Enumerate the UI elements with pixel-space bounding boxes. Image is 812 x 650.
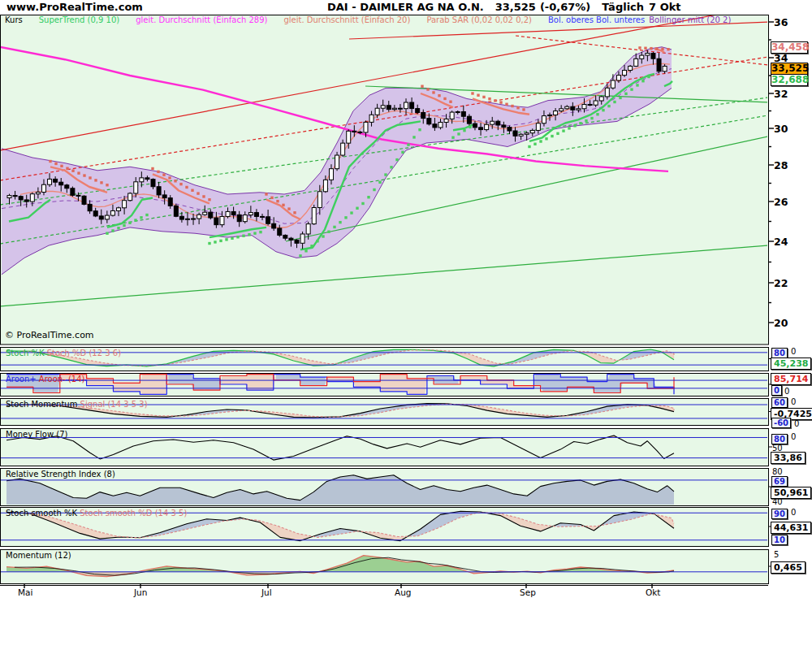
threshold-label: 10 [771,535,788,545]
indicator-label-smi: Stoch Momentum Signal (14 3 5 3) [6,400,148,409]
copyright-watermark: © ProRealTime.com [5,330,94,340]
scale-fragment: 80 [772,467,783,476]
indicator-label-rsi: Relative Strength Index (8) [6,470,115,479]
indicator-value: 44,631 [771,522,811,534]
month-label: Jul [261,587,272,597]
indicator-label-aroon: Aroon+ Aroon- (14) [6,375,85,384]
prorealtime-window: www.ProRealTime.com DAI - DAIMLER AG NA … [0,0,812,650]
threshold-label: 60 [771,397,788,408]
indicator-value: 85,714 [771,373,811,385]
indicator-value: 45,238 [771,358,811,370]
scale-fragment: 0 [791,397,796,406]
chart-legend: KursSuperTrend (0,9 10)gleit. Durchschni… [5,15,731,25]
price-axis-label: 24 [774,236,788,248]
scale-fragment: 0 [794,419,799,428]
threshold-label: 69 [771,476,788,487]
indicator-label-part: Stoch smooth %K [6,509,77,518]
price-axis-label: 28 [774,159,788,171]
indicator-label-part: Stoch Momentum [6,400,77,409]
price-axis-label: 30 [774,123,788,135]
threshold-label: 90 [771,509,788,519]
legend-item: gleit. Durchschnitt (Einfach 20) [283,15,410,24]
legend-item: Kurs [5,15,23,24]
scale-fragment: 0 [784,387,789,396]
indicator-label-part: Money Flow (7) [6,430,68,439]
legend-item: Parab SAR (0,02 0,02 0,2) [426,15,532,24]
month-label: Aug [395,587,412,597]
month-label: Mai [18,587,32,597]
scale-fragment: 0 [791,347,796,356]
indicator-label-part: Stoch %K [6,349,44,358]
price-marker: 32,688 [771,74,808,86]
month-label: Okt [646,587,660,597]
scale-fragment: 0 [791,432,796,441]
scale-fragment: 5 [774,550,779,559]
price-axis-label: 26 [774,196,788,208]
month-label: Jun [134,587,147,597]
indicator-label-part: Aroon- (14) [37,375,85,384]
indicator-label-ssk: Stoch smooth %K Stoch smooth %D (14 3 5) [6,509,187,518]
indicator-label-part: Signal (14 3 5 3) [77,400,147,409]
price-axis-label: 32 [774,88,788,100]
month-label: Sep [520,587,536,597]
indicator-label-mom: Momentum (12) [6,551,71,560]
legend-item: SuperTrend (0,9 10) [39,15,119,24]
threshold-label: -60 [771,418,791,428]
legend-item: gleit. Durchschnitt (Einfach 289) [136,15,267,24]
threshold-label: 0 [771,385,782,396]
price-marker: 34,458 [771,41,808,54]
indicator-value: 0,465 [771,561,806,574]
indicator-value: 33,86 [771,452,806,464]
legend-item: Bol. oberes Bol. unteres [548,15,645,24]
scale-fragment: 40 [772,497,783,506]
chart-canvas[interactable] [0,0,812,650]
indicator-label-part: Stoch smooth %D (14 3 5) [77,509,187,518]
indicator-label-mf: Money Flow (7) [6,430,68,439]
price-axis-label: 36 [774,16,788,28]
price-marker: 33,525 [771,63,808,75]
indicator-label-part: Momentum (12) [6,551,71,560]
indicator-label-part: Aroon+ [6,375,37,384]
indicator-label-part: Relative Strength Index (8) [6,470,115,479]
indicator-label-part: Stoch %D (12 3 6) [44,349,121,358]
price-axis-label: 20 [774,317,788,329]
scale-fragment: 0 [791,508,796,517]
legend-item: Bollinger mitt (20 2) [649,15,731,24]
price-axis-label: 22 [774,277,788,289]
indicator-label-stoch: Stoch %K Stoch %D (12 3 6) [6,349,121,358]
